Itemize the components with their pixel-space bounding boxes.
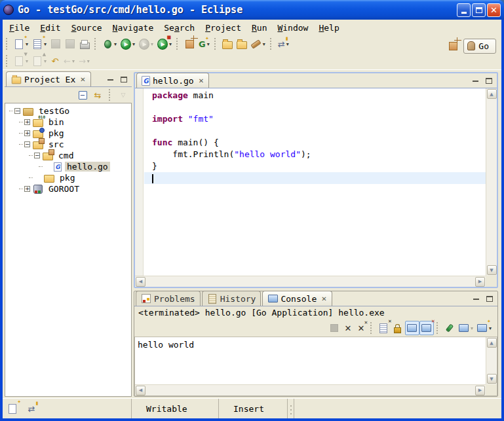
tree-item-bin[interactable]: +bin [5,117,131,128]
window-maximize-button[interactable] [472,3,486,17]
project-explorer-close-icon[interactable]: ✕ [80,76,85,83]
dropdown-arrow-icon[interactable]: ▾ [72,58,75,64]
editor-tab-hello-go[interactable]: G hello.go ✕ [136,73,209,88]
tree-item-goroot[interactable]: +GOROOT [5,183,131,194]
menu-item-window[interactable]: Window [272,21,313,35]
print-button[interactable] [77,37,92,51]
editor-vertical-scrollbar[interactable]: ▲ ▼ [486,88,497,276]
code-editor[interactable]: package mainimport "fmt"func main() { fm… [135,88,497,287]
dropdown-arrow-icon[interactable]: ▾ [87,58,90,64]
collapse-all-button[interactable]: − [76,88,89,102]
trim-synchronize-button[interactable]: ⇄ [25,401,38,416]
run-button[interactable]: ▶▾ [119,37,137,51]
code-area[interactable]: package mainimport "fmt"func main() { fm… [144,90,486,184]
editor-tab-close-icon[interactable]: ✕ [199,77,204,84]
collapse-icon[interactable]: − [14,108,20,114]
new-project-button[interactable] [182,37,197,51]
tree-item-pkg[interactable]: +pkg [5,128,131,139]
expand-icon[interactable]: + [24,130,30,136]
link-with-editor-button[interactable]: ⇆ [91,88,104,102]
scroll-left-button[interactable]: ◀ [136,277,145,287]
scroll-down-button[interactable]: ▼ [487,265,497,275]
dropdown-arrow-icon[interactable]: ▾ [26,41,28,47]
dropdown-arrow-icon[interactable]: ▾ [489,325,492,331]
project-explorer-minimize-button[interactable] [105,75,115,84]
pin-console-button[interactable] [442,321,457,335]
console-tab-history[interactable]: History [202,291,262,306]
dropdown-arrow-icon[interactable]: ▾ [151,41,153,47]
console-horizontal-scrollbar[interactable]: ◀ ▶ [135,384,486,395]
clear-console-button[interactable] [376,321,391,335]
open-perspective-button[interactable] [446,39,460,53]
dropdown-arrow-icon[interactable]: ▾ [44,41,47,47]
tree-item-src[interactable]: −src [5,139,131,150]
menu-item-file[interactable]: File [4,21,35,35]
go-perspective-button[interactable]: Go [463,39,496,54]
console-minimize-button[interactable] [471,294,481,303]
code-line-1[interactable]: package main [144,90,486,101]
scroll-left-button[interactable]: ◀ [136,386,145,395]
console-tab-console[interactable]: Console✕ [262,291,332,306]
console-output-area[interactable]: hello world ▲ ▼ ◀ ▶ [134,337,497,396]
dropdown-arrow-icon[interactable]: ▾ [169,41,172,47]
code-line-5[interactable]: func main() { [144,137,486,149]
code-line-6[interactable]: fmt.Println("hello world"); [144,149,486,160]
scroll-right-button[interactable]: ▶ [475,386,485,395]
show-stderr-button[interactable] [419,321,434,335]
menu-item-edit[interactable]: Edit [35,21,66,35]
new-go-file-button[interactable]: ▾ [30,37,48,51]
code-line-7[interactable]: } [144,160,486,172]
menu-item-help[interactable]: Help [313,21,344,35]
tree-item-cmd[interactable]: −cmd [5,150,131,161]
project-explorer-maximize-button[interactable] [119,75,129,84]
debug-button[interactable]: ▾ [100,37,119,51]
external-tools-button[interactable]: ▶▾ [155,37,174,51]
console-vertical-scrollbar[interactable]: ▲ ▼ [486,337,497,384]
console-tab-close-icon[interactable]: ✕ [321,295,326,302]
console-maximize-button[interactable] [484,294,495,303]
window-minimize-button[interactable] [457,3,471,17]
dropdown-arrow-icon[interactable]: ▾ [286,41,289,47]
last-edit-location-button[interactable]: ↶ [48,54,62,68]
dropdown-arrow-icon[interactable]: ▾ [207,41,210,47]
new-go-element-button[interactable]: G▾ [197,37,212,51]
editor-horizontal-scrollbar[interactable]: ◀ ▶ [135,276,486,287]
menu-item-search[interactable]: Search [159,21,200,35]
title-bar[interactable]: Go - testGo/src/cmd/hello.go - Eclipse ✕ [0,0,504,20]
tree-item-hello-go[interactable]: Ghello.go [5,161,131,172]
dropdown-arrow-icon[interactable]: ▾ [44,58,47,64]
menu-item-navigate[interactable]: Navigate [107,21,159,35]
open-resource-button[interactable] [235,37,249,51]
scroll-lock-button[interactable] [391,321,405,335]
show-stdout-button[interactable] [405,321,419,335]
new-wizard-button[interactable]: ▾ [12,37,30,51]
code-line-8[interactable] [144,172,486,184]
expand-icon[interactable]: + [24,186,30,192]
code-line-2[interactable] [144,101,486,113]
scroll-up-button[interactable]: ▲ [487,89,497,99]
display-console-button[interactable]: ▾ [457,321,475,335]
dropdown-arrow-icon[interactable]: ▾ [26,58,28,64]
dropdown-arrow-icon[interactable]: ▾ [114,41,117,47]
expand-icon[interactable]: + [24,119,30,125]
scroll-up-button[interactable]: ▲ [487,338,497,348]
dropdown-arrow-icon[interactable]: ▾ [471,325,473,331]
window-close-button[interactable]: ✕ [487,3,501,17]
menu-item-run[interactable]: Run [246,21,272,35]
scroll-right-button[interactable]: ▶ [475,277,485,287]
console-tab-problems[interactable]: Problems [136,291,201,306]
editor-minimize-button[interactable] [470,76,480,85]
search-button[interactable]: ▾ [249,37,267,51]
code-line-3[interactable]: import "fmt" [144,113,486,125]
collapse-icon[interactable]: − [34,153,40,158]
remove-launch-button[interactable]: ✕ [341,321,355,335]
project-explorer-tab[interactable]: Project Ex ✕ [6,71,91,86]
collapse-icon[interactable]: − [24,141,30,147]
scroll-down-button[interactable]: ▼ [487,374,497,384]
tree-item-pkg[interactable]: pkg [5,172,131,183]
dropdown-arrow-icon[interactable]: ▾ [132,41,135,47]
open-console-button[interactable]: ▾ [475,321,494,335]
dropdown-arrow-icon[interactable]: ▾ [263,41,265,47]
editor-maximize-button[interactable] [484,76,494,85]
open-go-element-button[interactable] [220,37,235,51]
